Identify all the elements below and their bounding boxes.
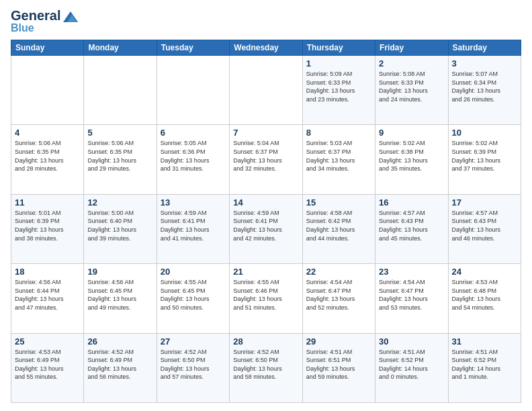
calendar-cell: 24Sunrise: 4:53 AM Sunset: 6:48 PM Dayli… — [448, 264, 521, 333]
calendar-cell — [230, 56, 302, 125]
header: General Blue — [11, 8, 521, 34]
day-number: 11 — [15, 197, 80, 208]
cell-info: Sunrise: 5:02 AM Sunset: 6:39 PM Dayligh… — [452, 139, 517, 173]
day-number: 21 — [233, 267, 298, 277]
cell-info: Sunrise: 5:02 AM Sunset: 6:38 PM Dayligh… — [379, 139, 444, 173]
day-number: 29 — [306, 336, 371, 347]
cell-info: Sunrise: 4:52 AM Sunset: 6:50 PM Dayligh… — [161, 348, 226, 381]
cell-info: Sunrise: 4:58 AM Sunset: 6:42 PM Dayligh… — [306, 209, 371, 242]
calendar-cell: 30Sunrise: 4:51 AM Sunset: 6:52 PM Dayli… — [375, 333, 448, 402]
calendar-cell: 12Sunrise: 5:00 AM Sunset: 6:40 PM Dayli… — [84, 194, 157, 263]
day-number: 19 — [87, 267, 152, 277]
cell-info: Sunrise: 5:08 AM Sunset: 6:33 PM Dayligh… — [379, 70, 444, 103]
cell-info: Sunrise: 4:51 AM Sunset: 6:52 PM Dayligh… — [452, 348, 517, 381]
cell-info: Sunrise: 4:53 AM Sunset: 6:48 PM Dayligh… — [452, 278, 517, 312]
cell-info: Sunrise: 4:56 AM Sunset: 6:45 PM Dayligh… — [87, 278, 152, 312]
calendar-cell: 22Sunrise: 4:54 AM Sunset: 6:47 PM Dayli… — [302, 264, 375, 333]
calendar-week-5: 25Sunrise: 4:53 AM Sunset: 6:49 PM Dayli… — [11, 333, 521, 402]
calendar-cell: 9Sunrise: 5:02 AM Sunset: 6:38 PM Daylig… — [375, 125, 448, 194]
calendar-week-1: 1Sunrise: 5:09 AM Sunset: 6:33 PM Daylig… — [11, 56, 521, 125]
day-number: 1 — [306, 58, 371, 68]
cell-info: Sunrise: 4:53 AM Sunset: 6:49 PM Dayligh… — [15, 348, 80, 381]
calendar-cell: 19Sunrise: 4:56 AM Sunset: 6:45 PM Dayli… — [84, 264, 157, 333]
calendar-cell: 28Sunrise: 4:52 AM Sunset: 6:50 PM Dayli… — [230, 333, 302, 402]
day-number: 12 — [87, 197, 152, 208]
day-number: 8 — [306, 128, 371, 138]
day-number: 26 — [87, 336, 152, 347]
calendar-cell: 3Sunrise: 5:07 AM Sunset: 6:34 PM Daylig… — [448, 56, 521, 125]
calendar-cell: 23Sunrise: 4:54 AM Sunset: 6:47 PM Dayli… — [375, 264, 448, 333]
cell-info: Sunrise: 5:05 AM Sunset: 6:36 PM Dayligh… — [161, 139, 226, 173]
day-number: 30 — [379, 336, 444, 347]
col-saturday: Saturday — [448, 40, 521, 56]
calendar-cell: 14Sunrise: 4:59 AM Sunset: 6:41 PM Dayli… — [230, 194, 302, 263]
calendar-cell: 1Sunrise: 5:09 AM Sunset: 6:33 PM Daylig… — [302, 56, 375, 125]
page: General Blue Sunday Monday Tuesday Wedne… — [0, 0, 532, 411]
calendar-cell — [11, 56, 84, 125]
calendar-cell: 6Sunrise: 5:05 AM Sunset: 6:36 PM Daylig… — [157, 125, 229, 194]
cell-info: Sunrise: 4:55 AM Sunset: 6:46 PM Dayligh… — [233, 278, 298, 312]
cell-info: Sunrise: 4:51 AM Sunset: 6:52 PM Dayligh… — [379, 348, 444, 381]
calendar-cell: 4Sunrise: 5:06 AM Sunset: 6:35 PM Daylig… — [11, 125, 84, 194]
day-number: 13 — [161, 197, 226, 208]
cell-info: Sunrise: 5:03 AM Sunset: 6:37 PM Dayligh… — [306, 139, 371, 173]
cell-info: Sunrise: 4:52 AM Sunset: 6:50 PM Dayligh… — [233, 348, 298, 381]
calendar-cell: 8Sunrise: 5:03 AM Sunset: 6:37 PM Daylig… — [302, 125, 375, 194]
cell-info: Sunrise: 5:07 AM Sunset: 6:34 PM Dayligh… — [452, 70, 517, 103]
calendar-cell: 5Sunrise: 5:06 AM Sunset: 6:35 PM Daylig… — [84, 125, 157, 194]
cell-info: Sunrise: 5:06 AM Sunset: 6:35 PM Dayligh… — [87, 139, 152, 173]
calendar-cell: 26Sunrise: 4:52 AM Sunset: 6:49 PM Dayli… — [84, 333, 157, 402]
col-tuesday: Tuesday — [157, 40, 229, 56]
calendar-cell: 11Sunrise: 5:01 AM Sunset: 6:39 PM Dayli… — [11, 194, 84, 263]
calendar-cell: 17Sunrise: 4:57 AM Sunset: 6:43 PM Dayli… — [448, 194, 521, 263]
col-monday: Monday — [84, 40, 157, 56]
day-number: 3 — [452, 58, 517, 68]
day-number: 17 — [452, 197, 517, 208]
day-number: 6 — [161, 128, 226, 138]
calendar-cell: 25Sunrise: 4:53 AM Sunset: 6:49 PM Dayli… — [11, 333, 84, 402]
day-number: 9 — [379, 128, 444, 138]
calendar-cell: 7Sunrise: 5:04 AM Sunset: 6:37 PM Daylig… — [230, 125, 302, 194]
day-number: 24 — [452, 267, 517, 277]
day-number: 10 — [452, 128, 517, 138]
cell-info: Sunrise: 4:57 AM Sunset: 6:43 PM Dayligh… — [379, 209, 444, 242]
cell-info: Sunrise: 4:55 AM Sunset: 6:45 PM Dayligh… — [161, 278, 226, 312]
cell-info: Sunrise: 4:57 AM Sunset: 6:43 PM Dayligh… — [452, 209, 517, 242]
day-number: 15 — [306, 197, 371, 208]
day-number: 14 — [233, 197, 298, 208]
calendar-cell: 16Sunrise: 4:57 AM Sunset: 6:43 PM Dayli… — [375, 194, 448, 263]
day-number: 20 — [161, 267, 226, 277]
cell-info: Sunrise: 4:51 AM Sunset: 6:51 PM Dayligh… — [306, 348, 371, 381]
calendar-cell: 31Sunrise: 4:51 AM Sunset: 6:52 PM Dayli… — [448, 333, 521, 402]
day-number: 31 — [452, 336, 517, 347]
day-number: 23 — [379, 267, 444, 277]
day-number: 2 — [379, 58, 444, 68]
calendar-table: Sunday Monday Tuesday Wednesday Thursday… — [11, 40, 521, 403]
calendar-cell: 13Sunrise: 4:59 AM Sunset: 6:41 PM Dayli… — [157, 194, 229, 263]
calendar-cell: 27Sunrise: 4:52 AM Sunset: 6:50 PM Dayli… — [157, 333, 229, 402]
day-number: 28 — [233, 336, 298, 347]
day-number: 4 — [15, 128, 80, 138]
day-number: 18 — [15, 267, 80, 277]
logo: General Blue — [11, 8, 78, 34]
calendar-week-3: 11Sunrise: 5:01 AM Sunset: 6:39 PM Dayli… — [11, 194, 521, 263]
calendar-cell: 29Sunrise: 4:51 AM Sunset: 6:51 PM Dayli… — [302, 333, 375, 402]
calendar-cell: 15Sunrise: 4:58 AM Sunset: 6:42 PM Dayli… — [302, 194, 375, 263]
calendar-cell — [157, 56, 229, 125]
cell-info: Sunrise: 4:54 AM Sunset: 6:47 PM Dayligh… — [379, 278, 444, 312]
cell-info: Sunrise: 5:06 AM Sunset: 6:35 PM Dayligh… — [15, 139, 80, 173]
calendar-cell — [84, 56, 157, 125]
col-sunday: Sunday — [11, 40, 84, 56]
col-thursday: Thursday — [302, 40, 375, 56]
logo-icon — [63, 11, 78, 22]
calendar-cell: 2Sunrise: 5:08 AM Sunset: 6:33 PM Daylig… — [375, 56, 448, 125]
day-number: 7 — [233, 128, 298, 138]
calendar-cell: 18Sunrise: 4:56 AM Sunset: 6:44 PM Dayli… — [11, 264, 84, 333]
calendar-week-4: 18Sunrise: 4:56 AM Sunset: 6:44 PM Dayli… — [11, 264, 521, 333]
day-number: 22 — [306, 267, 371, 277]
logo-blue: Blue — [11, 22, 34, 34]
calendar-cell: 21Sunrise: 4:55 AM Sunset: 6:46 PM Dayli… — [230, 264, 302, 333]
calendar-cell: 20Sunrise: 4:55 AM Sunset: 6:45 PM Dayli… — [157, 264, 229, 333]
cell-info: Sunrise: 5:01 AM Sunset: 6:39 PM Dayligh… — [15, 209, 80, 242]
cell-info: Sunrise: 5:00 AM Sunset: 6:40 PM Dayligh… — [87, 209, 152, 242]
